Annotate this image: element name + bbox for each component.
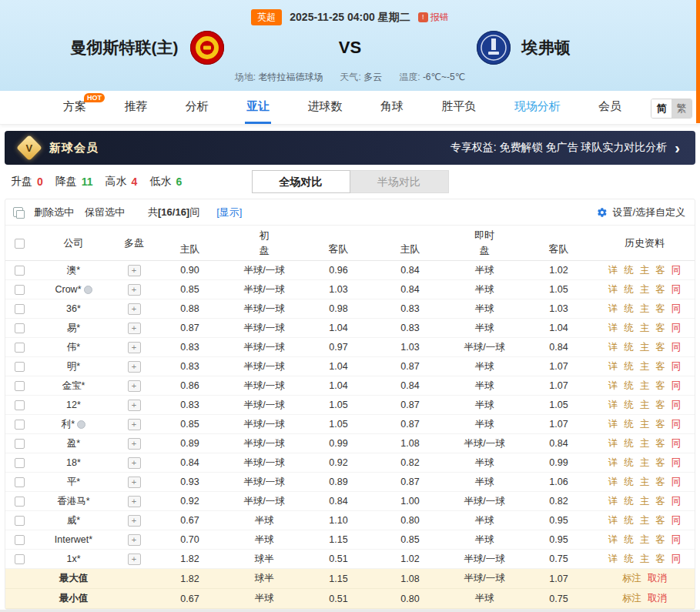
history-link-2[interactable]: 统	[624, 322, 634, 335]
vip-banner[interactable]: 新球会员 专享权益: 免费解锁 免广告 球队实力对比分析 ›	[5, 131, 695, 165]
summary-action-2[interactable]: 取消	[648, 572, 667, 585]
history-link-2[interactable]: 统	[624, 283, 634, 296]
history-link-4[interactable]: 客	[655, 380, 665, 393]
history-link-1[interactable]: 详	[608, 533, 618, 547]
multi-odds-icon[interactable]	[128, 342, 141, 353]
row-checkbox[interactable]	[15, 266, 25, 276]
history-link-5[interactable]: 同	[672, 283, 682, 296]
history-link-4[interactable]: 客	[655, 303, 665, 316]
history-link-3[interactable]: 主	[640, 418, 650, 431]
row-checkbox[interactable]	[15, 285, 25, 295]
history-link-3[interactable]: 主	[640, 303, 650, 316]
multi-odds-icon[interactable]	[128, 400, 141, 411]
history-link-5[interactable]: 同	[672, 514, 682, 527]
settings-button[interactable]: 设置/选择自定义	[597, 206, 685, 219]
row-checkbox[interactable]	[15, 554, 25, 564]
row-checkbox[interactable]	[15, 381, 25, 391]
history-link-2[interactable]: 统	[624, 495, 634, 508]
multi-odds-icon[interactable]	[128, 323, 141, 334]
row-checkbox[interactable]	[15, 400, 25, 410]
history-link-1[interactable]: 详	[608, 399, 618, 412]
row-checkbox[interactable]	[15, 420, 25, 430]
multi-odds-icon[interactable]	[128, 534, 141, 546]
summary-action-2[interactable]: 取消	[648, 592, 667, 605]
row-checkbox[interactable]	[15, 304, 25, 314]
nav-item-1[interactable]: 方案HOT	[62, 91, 88, 124]
history-link-4[interactable]: 客	[655, 553, 665, 566]
history-link-3[interactable]: 主	[640, 380, 650, 393]
nav-item-7[interactable]: 胜平负	[440, 91, 477, 124]
multi-odds-icon[interactable]	[128, 361, 141, 373]
history-link-4[interactable]: 客	[655, 341, 665, 354]
history-link-3[interactable]: 主	[640, 264, 650, 277]
history-link-1[interactable]: 详	[608, 322, 618, 335]
history-link-2[interactable]: 统	[624, 514, 634, 527]
tab-full-match[interactable]: 全场对比	[252, 170, 350, 193]
history-link-2[interactable]: 统	[624, 399, 634, 412]
history-link-3[interactable]: 主	[640, 322, 650, 335]
history-link-5[interactable]: 同	[672, 380, 682, 393]
history-link-5[interactable]: 同	[672, 553, 682, 566]
tab-half-match[interactable]: 半场对比	[350, 170, 449, 193]
multi-odds-icon[interactable]	[128, 438, 141, 450]
keep-selected-button[interactable]: 保留选中	[85, 206, 125, 219]
history-link-5[interactable]: 同	[672, 456, 682, 470]
multi-odds-icon[interactable]	[128, 303, 141, 315]
history-link-5[interactable]: 同	[672, 437, 682, 450]
history-link-4[interactable]: 客	[655, 264, 665, 277]
nav-item-6[interactable]: 角球	[379, 91, 405, 124]
row-checkbox[interactable]	[15, 535, 25, 545]
select-all-checkbox[interactable]	[15, 239, 25, 249]
row-checkbox[interactable]	[15, 477, 25, 487]
history-link-3[interactable]: 主	[640, 514, 650, 527]
multi-odds-icon[interactable]	[128, 457, 141, 469]
history-link-2[interactable]: 统	[624, 341, 634, 354]
report-error-link[interactable]: 报错	[418, 11, 449, 24]
multi-odds-icon[interactable]	[128, 515, 141, 527]
nav-item-8[interactable]: 现场分析	[513, 91, 562, 124]
multi-odds-icon[interactable]	[128, 284, 141, 296]
history-link-5[interactable]: 同	[672, 495, 682, 508]
history-link-3[interactable]: 主	[640, 476, 650, 489]
history-link-5[interactable]: 同	[672, 533, 682, 547]
history-link-5[interactable]: 同	[672, 418, 682, 431]
history-link-1[interactable]: 详	[608, 514, 618, 527]
history-link-4[interactable]: 客	[655, 418, 665, 431]
summary-action-1[interactable]: 标注	[622, 592, 641, 605]
lang-simplified-button[interactable]: 简	[651, 99, 672, 118]
multi-odds-icon[interactable]	[128, 477, 141, 488]
history-link-4[interactable]: 客	[655, 360, 665, 373]
history-link-1[interactable]: 详	[608, 360, 618, 373]
summary-action-1[interactable]: 标注	[622, 572, 641, 585]
history-link-4[interactable]: 客	[655, 437, 665, 450]
history-link-4[interactable]: 客	[655, 456, 665, 470]
history-link-2[interactable]: 统	[624, 456, 634, 470]
history-link-2[interactable]: 统	[624, 303, 634, 316]
history-link-5[interactable]: 同	[672, 303, 682, 316]
history-link-5[interactable]: 同	[672, 264, 682, 277]
multi-odds-icon[interactable]	[128, 419, 141, 430]
row-checkbox[interactable]	[15, 458, 25, 468]
history-link-3[interactable]: 主	[640, 437, 650, 450]
history-link-4[interactable]: 客	[655, 495, 665, 508]
history-link-1[interactable]: 详	[608, 341, 618, 354]
history-link-4[interactable]: 客	[655, 399, 665, 412]
history-link-4[interactable]: 客	[655, 514, 665, 527]
history-link-2[interactable]: 统	[624, 380, 634, 393]
nav-item-5[interactable]: 进球数	[306, 91, 344, 124]
history-link-4[interactable]: 客	[655, 283, 665, 296]
history-link-1[interactable]: 详	[608, 553, 618, 566]
history-link-2[interactable]: 统	[624, 553, 634, 566]
history-link-1[interactable]: 详	[608, 456, 618, 470]
history-link-1[interactable]: 详	[608, 380, 618, 393]
history-link-2[interactable]: 统	[624, 437, 634, 450]
history-link-3[interactable]: 主	[640, 283, 650, 296]
nav-item-9[interactable]: 会员	[597, 91, 623, 124]
history-link-1[interactable]: 详	[608, 283, 618, 296]
history-link-1[interactable]: 详	[608, 303, 618, 316]
history-link-3[interactable]: 主	[640, 456, 650, 470]
history-link-2[interactable]: 统	[624, 533, 634, 547]
row-checkbox[interactable]	[15, 362, 25, 372]
history-link-5[interactable]: 同	[672, 476, 682, 489]
history-link-3[interactable]: 主	[640, 360, 650, 373]
